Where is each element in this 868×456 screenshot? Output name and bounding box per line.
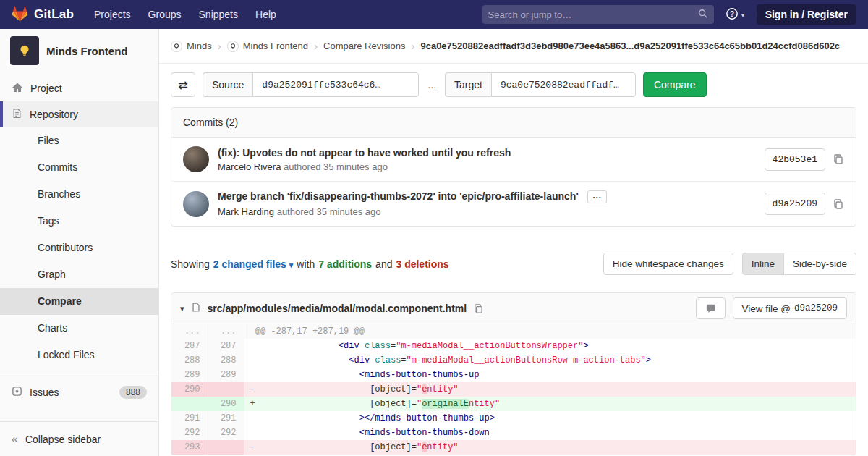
question-circle-icon: ? bbox=[726, 7, 739, 22]
collapse-diff-caret[interactable]: ▾ bbox=[180, 304, 184, 313]
diff-code-cell: - [object]="entity" bbox=[244, 440, 856, 455]
new-line-number[interactable] bbox=[208, 440, 244, 455]
commits-header: Commits (2) bbox=[171, 108, 856, 138]
global-search[interactable] bbox=[482, 5, 714, 24]
source-ref-group: Source d9a252091ffe533c64c6… bbox=[203, 72, 419, 97]
diff-code-cell: <div class="m-mediaModal__actionButtonsW… bbox=[244, 339, 856, 353]
chevron-down-icon: ▾ bbox=[741, 11, 745, 19]
breadcrumb-item-group[interactable]: Minds bbox=[171, 41, 212, 52]
sidebar-item-compare[interactable]: Compare bbox=[0, 288, 158, 315]
svg-text:?: ? bbox=[730, 9, 734, 17]
commit-title-link[interactable]: (fix): Upvotes do not appear to have wor… bbox=[218, 147, 511, 159]
new-line-number[interactable]: 292 bbox=[208, 426, 244, 440]
diff-line: 289289 <minds-button-thumbs-up bbox=[171, 368, 856, 382]
commit-row: (fix): Upvotes do not appear to have wor… bbox=[171, 138, 856, 181]
nav-item-help[interactable]: Help bbox=[255, 9, 276, 20]
file-path-link[interactable]: src/app/modules/media/modal/modal.compon… bbox=[208, 303, 467, 314]
diff-code-cell: ></minds-button-thumbs-up> bbox=[244, 411, 856, 426]
range-separator: ... bbox=[426, 79, 438, 90]
repository-submenu: Files Commits Branches Tags Contributors… bbox=[0, 127, 158, 368]
copy-icon bbox=[473, 303, 484, 314]
search-input[interactable] bbox=[488, 9, 698, 20]
old-line-number[interactable]: 293 bbox=[171, 440, 208, 455]
copy-file-path-button[interactable] bbox=[473, 303, 484, 314]
nav-item-groups[interactable]: Groups bbox=[148, 9, 182, 20]
collapse-label: Collapse sidebar bbox=[25, 434, 101, 445]
commit-sha-button[interactable]: 42b053e1 bbox=[765, 148, 825, 171]
new-line-number[interactable]: 290 bbox=[208, 397, 244, 411]
commit-info: (fix): Upvotes do not appear to have wor… bbox=[218, 147, 756, 172]
project-context-link[interactable]: Minds Frontend bbox=[0, 29, 158, 72]
caret-down-icon: ▾ bbox=[289, 261, 294, 269]
collapse-sidebar-button[interactable]: « Collapse sidebar bbox=[0, 421, 158, 456]
help-menu-button[interactable]: ? ▾ bbox=[726, 7, 745, 22]
copy-sha-button[interactable] bbox=[833, 153, 844, 165]
commit-author-link[interactable]: Marcelo Rivera bbox=[218, 161, 281, 172]
swap-icon: ⇄ bbox=[178, 78, 187, 92]
sidebar-item-project[interactable]: Project bbox=[0, 75, 158, 101]
file-icon bbox=[191, 302, 201, 315]
changed-files-dropdown[interactable]: 2 changed files ▾ bbox=[213, 258, 294, 270]
sidebar-item-branches[interactable]: Branches bbox=[0, 181, 158, 208]
old-line-number[interactable]: 291 bbox=[171, 411, 208, 426]
diff-view-controls: Hide whitespace changes Inline Side-by-s… bbox=[603, 253, 856, 275]
commits-panel: Commits (2) (fix): Upvotes do not appear… bbox=[171, 107, 856, 227]
diff-controls: Showing 2 changed files ▾ with 7 additio… bbox=[171, 253, 856, 275]
breadcrumb-separator-icon: › bbox=[314, 40, 318, 52]
sidebar-item-repository[interactable]: Repository bbox=[0, 101, 158, 127]
commit-author-link[interactable]: Mark Harding bbox=[218, 206, 274, 217]
gitlab-home-link[interactable]: GitLab bbox=[12, 6, 74, 24]
deletions-count: 3 deletions bbox=[396, 258, 448, 270]
old-line-number[interactable]: 290 bbox=[171, 382, 208, 397]
diff-summary: Showing 2 changed files ▾ with 7 additio… bbox=[171, 258, 449, 270]
inline-view-button[interactable]: Inline bbox=[742, 253, 784, 275]
old-line-number[interactable]: ... bbox=[171, 324, 208, 339]
signin-register-button[interactable]: Sign in / Register bbox=[757, 4, 856, 25]
compare-button[interactable]: Compare bbox=[643, 72, 707, 97]
old-line-number[interactable]: 292 bbox=[171, 426, 208, 440]
sidebar-item-contributors[interactable]: Contributors bbox=[0, 235, 158, 261]
breadcrumb-item-compare-revisions[interactable]: Compare Revisions bbox=[323, 41, 405, 51]
old-line-number[interactable]: 287 bbox=[171, 339, 208, 353]
target-ref-dropdown[interactable]: 9ca0e7520882eadffadf… bbox=[491, 72, 636, 97]
old-line-number[interactable]: 289 bbox=[171, 368, 208, 382]
view-file-button[interactable]: View file @ d9a25209 bbox=[733, 297, 848, 319]
sidebar-item-tags[interactable]: Tags bbox=[0, 208, 158, 235]
sidebar-item-graph[interactable]: Graph bbox=[0, 261, 158, 288]
swap-revisions-button[interactable]: ⇄ bbox=[171, 72, 195, 97]
diff-line: 293- [object]="entity" bbox=[171, 440, 856, 455]
copy-sha-button[interactable] bbox=[833, 198, 844, 210]
diff-view-toggle: Inline Side-by-side bbox=[742, 253, 856, 275]
sidebar-item-charts[interactable]: Charts bbox=[0, 315, 158, 342]
expand-commit-message-button[interactable]: … bbox=[587, 190, 607, 203]
sidebar-item-files[interactable]: Files bbox=[0, 127, 158, 154]
new-line-number[interactable]: 288 bbox=[208, 353, 244, 368]
new-line-number[interactable] bbox=[208, 382, 244, 397]
commit-sha-button[interactable]: d9a25209 bbox=[765, 193, 825, 215]
diff-line: 290+ [object]="originalEntity" bbox=[171, 397, 856, 411]
source-ref-dropdown[interactable]: d9a252091ffe533c64c6… bbox=[252, 72, 419, 97]
nav-item-projects[interactable]: Projects bbox=[94, 9, 131, 20]
diff-file-panel: ▾ src/app/modules/media/modal/modal.comp… bbox=[171, 292, 856, 455]
nav-item-snippets[interactable]: Snippets bbox=[199, 9, 238, 20]
sidebar-item-commits[interactable]: Commits bbox=[0, 154, 158, 181]
side-by-side-view-button[interactable]: Side-by-side bbox=[784, 253, 856, 275]
commit-author-avatar[interactable] bbox=[183, 146, 209, 172]
top-navbar: GitLab Projects Groups Snippets Help ? bbox=[0, 0, 868, 29]
diff-code-cell: <div class="m-mediaModal__actionButtonsR… bbox=[244, 353, 856, 368]
new-line-number[interactable]: 289 bbox=[208, 368, 244, 382]
old-line-number[interactable] bbox=[171, 397, 208, 411]
hide-whitespace-button[interactable]: Hide whitespace changes bbox=[603, 253, 733, 275]
lightbulb-icon bbox=[17, 43, 33, 59]
commit-author-avatar[interactable] bbox=[183, 191, 209, 217]
new-line-number[interactable]: 291 bbox=[208, 411, 244, 426]
sidebar-item-locked-files[interactable]: Locked Files bbox=[0, 342, 158, 368]
old-line-number[interactable]: 288 bbox=[171, 353, 208, 368]
toggle-comments-button[interactable] bbox=[696, 297, 726, 319]
new-line-number[interactable]: 287 bbox=[208, 339, 244, 353]
sidebar-item-issues[interactable]: Issues 888 bbox=[0, 379, 158, 405]
new-line-number[interactable]: ... bbox=[208, 324, 244, 339]
breadcrumb-item-project[interactable]: Minds Frontend bbox=[227, 41, 308, 52]
commit-title-link[interactable]: Merge branch 'fix/disappearing-thumbs-20… bbox=[218, 190, 579, 202]
diff-code-cell: <minds-button-thumbs-up bbox=[244, 368, 856, 382]
